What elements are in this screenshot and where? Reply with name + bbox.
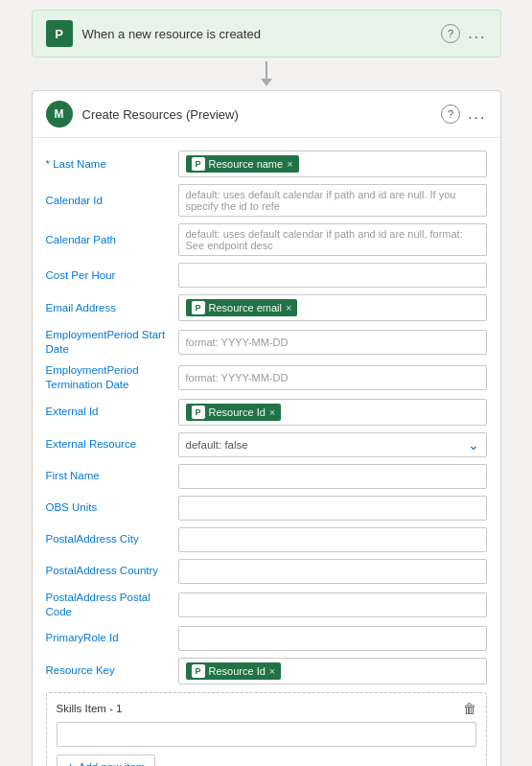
- label-external-resource: External Resource: [46, 437, 171, 452]
- field-row-postal-code: PostalAddress Postal Code: [46, 591, 487, 619]
- external-resource-value: default: false: [186, 439, 248, 451]
- label-first-name: First Name: [46, 469, 171, 483]
- add-item-button[interactable]: + Add new item: [57, 754, 156, 766]
- input-external-id[interactable]: P Resource Id ×: [178, 399, 487, 426]
- label-last-name: * Last Name: [46, 157, 171, 172]
- input-calendar-path[interactable]: default: uses default calendar if path a…: [178, 223, 487, 256]
- field-row-emp-start: EmploymentPeriod Start Date format: YYYY…: [46, 328, 487, 357]
- field-row-external-resource: External Resource default: false ⌄: [46, 432, 487, 457]
- token-x-resource-id-key[interactable]: ×: [269, 665, 275, 677]
- label-cost-per-hour: Cost Per Hour: [46, 268, 171, 283]
- token-resource-email: P Resource email ×: [186, 299, 298, 316]
- token-icon-resource-id-external: P: [192, 406, 205, 419]
- label-postal-country: PostalAddress Country: [46, 564, 171, 578]
- action-icon: M: [46, 101, 73, 128]
- token-icon-resource-email: P: [192, 301, 205, 314]
- token-resource-id-key: P Resource Id ×: [186, 662, 282, 680]
- label-resource-key: Resource Key: [46, 663, 171, 678]
- skills-header: Skills Item - 1 🗑: [57, 701, 476, 716]
- label-postal-code: PostalAddress Postal Code: [46, 591, 171, 619]
- flow-arrow: [252, 61, 281, 86]
- field-row-cost-per-hour: Cost Per Hour: [46, 263, 487, 288]
- field-row-postal-city: PostalAddress City: [46, 527, 487, 552]
- input-postal-city[interactable]: [178, 527, 487, 552]
- input-resource-key[interactable]: P Resource Id ×: [178, 658, 487, 685]
- action-header: M Create Resources (Preview) ? ...: [33, 91, 500, 138]
- dropdown-arrow-icon: ⌄: [468, 437, 479, 453]
- action-header-left: M Create Resources (Preview): [46, 101, 239, 128]
- token-icon-resource-name: P: [192, 157, 205, 171]
- action-card: M Create Resources (Preview) ? ... * Las…: [32, 90, 501, 766]
- field-row-postal-country: PostalAddress Country: [46, 559, 487, 584]
- field-row-external-id: External Id P Resource Id ×: [46, 399, 487, 426]
- token-x-resource-email[interactable]: ×: [286, 302, 291, 313]
- field-row-resource-key: Resource Key P Resource Id ×: [46, 658, 487, 685]
- action-more-icon[interactable]: ...: [468, 105, 486, 123]
- arrow-head: [261, 79, 272, 86]
- trigger-icon-label: P: [55, 27, 63, 41]
- field-row-primary-role: PrimaryRole Id: [46, 626, 487, 651]
- label-email-address: Email Address: [46, 301, 171, 315]
- input-primary-role[interactable]: [178, 626, 487, 651]
- action-header-right: ? ...: [441, 104, 486, 124]
- input-postal-code[interactable]: [178, 592, 487, 617]
- label-external-id: External Id: [46, 405, 171, 419]
- trigger-card: P When a new resource is created ? ...: [32, 10, 501, 58]
- skills-label: Skills Item - 1: [57, 703, 123, 714]
- trigger-right: ? ...: [441, 24, 486, 43]
- input-cost-per-hour[interactable]: [178, 263, 487, 288]
- token-x-resource-name[interactable]: ×: [287, 158, 292, 170]
- input-external-resource[interactable]: default: false ⌄: [178, 432, 487, 457]
- arrow-line: [266, 61, 267, 79]
- input-obs-units[interactable]: [178, 496, 487, 521]
- trigger-title: When a new resource is created: [82, 27, 261, 41]
- trigger-more-icon[interactable]: ...: [468, 25, 486, 42]
- field-row-obs-units: OBS Units: [46, 496, 487, 521]
- input-calendar-id[interactable]: default: uses default calendar if path a…: [178, 184, 487, 217]
- input-first-name[interactable]: [178, 464, 487, 489]
- field-row-calendar-id: Calendar Id default: uses default calend…: [46, 184, 487, 217]
- input-emp-start[interactable]: format: YYYY-MM-DD: [178, 330, 487, 355]
- label-primary-role: PrimaryRole Id: [46, 631, 171, 645]
- input-email-address[interactable]: P Resource email ×: [178, 294, 487, 321]
- token-icon-resource-id-key: P: [192, 664, 205, 678]
- field-row-emp-end: EmploymentPeriod Termination Date format…: [46, 363, 487, 392]
- ms-project-icon: P: [46, 20, 73, 47]
- skills-trash-icon[interactable]: 🗑: [463, 701, 476, 716]
- input-postal-country[interactable]: [178, 559, 487, 584]
- plus-icon: +: [67, 759, 75, 766]
- label-obs-units: OBS Units: [46, 500, 171, 515]
- label-calendar-path: Calendar Path: [46, 233, 171, 247]
- label-emp-start: EmploymentPeriod Start Date: [46, 328, 171, 357]
- field-row-last-name: * Last Name P Resource name ×: [46, 151, 487, 177]
- action-title: Create Resources (Preview): [82, 107, 239, 122]
- action-icon-label: M: [55, 107, 64, 121]
- trigger-left: P When a new resource is created: [46, 20, 261, 47]
- label-calendar-id: Calendar Id: [46, 194, 171, 208]
- field-row-calendar-path: Calendar Path default: uses default cale…: [46, 223, 487, 256]
- action-help-icon[interactable]: ?: [441, 104, 460, 124]
- token-resource-id-external: P Resource Id ×: [186, 404, 282, 421]
- input-emp-end[interactable]: format: YYYY-MM-DD: [178, 365, 487, 390]
- field-row-first-name: First Name: [46, 464, 487, 489]
- label-emp-end: EmploymentPeriod Termination Date: [46, 363, 171, 392]
- add-item-label: Add new item: [79, 761, 146, 766]
- token-resource-name: P Resource name ×: [186, 155, 299, 173]
- token-x-resource-id-external[interactable]: ×: [269, 406, 275, 418]
- skills-section: Skills Item - 1 🗑 + Add new item: [46, 692, 487, 766]
- form-body: * Last Name P Resource name × Calendar I…: [33, 138, 500, 766]
- field-row-email-address: Email Address P Resource email ×: [46, 294, 487, 321]
- trigger-help-icon[interactable]: ?: [441, 24, 460, 43]
- input-last-name[interactable]: P Resource name ×: [178, 151, 487, 177]
- skills-input[interactable]: [57, 722, 476, 747]
- label-postal-city: PostalAddress City: [46, 532, 171, 546]
